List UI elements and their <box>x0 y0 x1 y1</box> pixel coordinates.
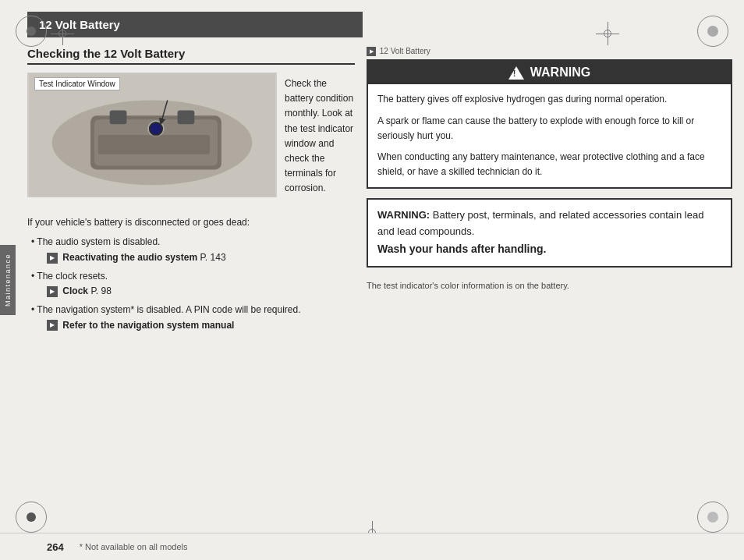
two-column-layout: Checking the 12 Volt Battery Test Indica… <box>27 47 732 336</box>
list-item-audio: The audio system is disabled. ▶ Reactiva… <box>31 234 355 264</box>
clock-sub-item: ▶ Clock P. 98 <box>31 284 355 298</box>
color-info-text: The test indicator's color information i… <box>367 281 569 290</box>
audio-page: P. 143 <box>200 252 225 263</box>
page-number: 264 <box>47 541 64 553</box>
content-area: 12 Volt Battery Checking the 12 Volt Bat… <box>16 0 744 344</box>
svg-rect-5 <box>178 110 195 124</box>
list-item-clock: The clock resets. ▶ Clock P. 98 <box>31 268 355 298</box>
lead-warning-box: WARNING: Battery post, terminals, and re… <box>367 198 732 267</box>
breadcrumb-text: 12 Volt Battery <box>380 47 430 55</box>
warning-title: WARNING <box>530 66 590 80</box>
warning-body: The battery gives off explosive hydrogen… <box>368 84 731 187</box>
list-item-nav: The navigation system* is disabled. A PI… <box>31 302 355 331</box>
lead-warning-bold: Wash your hands after handling. <box>377 243 547 255</box>
warning-para-1: The battery gives off explosive hydrogen… <box>377 92 721 107</box>
check-text-line1: Check the battery condition monthly. Loo… <box>285 78 353 119</box>
lead-warning-label: WARNING: <box>377 209 430 221</box>
battery-image-svg <box>28 73 276 197</box>
nav-icon: ▶ <box>47 320 58 331</box>
warning-box: WARNING The battery gives off explosive … <box>367 59 732 189</box>
warning-para-3: When conducting any battery maintenance,… <box>377 150 721 179</box>
warning-header: WARNING <box>368 61 731 84</box>
disconnect-section: If your vehicle's battery is disconnecte… <box>27 214 355 332</box>
warning-para-2: A spark or flame can cause the battery t… <box>377 114 721 144</box>
crosshair-top-left <box>51 22 74 45</box>
check-text-line2: the test indicator window and check the <box>285 123 353 164</box>
audio-icon: ▶ <box>47 253 58 264</box>
nav-text: The navigation system* is disabled. A PI… <box>37 304 300 315</box>
warning-triangle-icon <box>508 66 524 80</box>
section-title: Checking the 12 Volt Battery <box>27 47 355 65</box>
indicator-window-label: Test Indicator Window <box>34 77 120 90</box>
check-text-block: Check the battery condition monthly. Loo… <box>285 73 355 205</box>
corner-decoration-bl <box>16 502 47 533</box>
corner-decoration-tl <box>16 16 47 47</box>
page-header-bar: 12 Volt Battery <box>27 12 363 37</box>
footnote-text: * Not available on all models <box>80 542 188 551</box>
left-column: Checking the 12 Volt Battery Test Indica… <box>27 47 355 336</box>
breadcrumb: ▶ 12 Volt Battery <box>367 47 732 56</box>
check-text-line3: terminals for corrosion. <box>285 168 336 193</box>
right-column: ▶ 12 Volt Battery WARNING The battery gi… <box>367 47 732 336</box>
clock-icon: ▶ <box>47 286 58 297</box>
bottom-bar: 264 * Not available on all models <box>0 533 744 560</box>
audio-sub-item: ▶ Reactivating the audio system P. 143 <box>31 250 355 264</box>
clock-page: P. 98 <box>90 285 111 296</box>
breadcrumb-icon: ▶ <box>367 47 376 56</box>
nav-link[interactable]: Refer to the navigation system manual <box>62 320 234 331</box>
svg-point-7 <box>151 123 161 134</box>
battery-section-top: Test Indicator Window <box>27 73 355 205</box>
color-info: The test indicator's color information i… <box>367 275 732 296</box>
disconnect-list: The audio system is disabled. ▶ Reactiva… <box>27 234 355 331</box>
crosshair-top-right <box>596 22 619 45</box>
audio-link[interactable]: Reactivating the audio system <box>62 252 197 263</box>
nav-sub-item: ▶ Refer to the navigation system manual <box>31 318 355 332</box>
disconnect-intro: If your vehicle's battery is disconnecte… <box>27 214 355 230</box>
sidebar-maintenance-tab: Maintenance <box>0 245 16 315</box>
svg-rect-8 <box>98 135 210 154</box>
svg-rect-4 <box>110 110 127 124</box>
clock-text: The clock resets. <box>37 271 108 282</box>
audio-disabled-text: The audio system is disabled. <box>37 236 160 247</box>
clock-link[interactable]: Clock <box>62 285 88 296</box>
corner-decoration-br <box>697 502 728 533</box>
corner-decoration-tr <box>697 16 728 47</box>
battery-image-container: Test Indicator Window <box>27 73 277 197</box>
